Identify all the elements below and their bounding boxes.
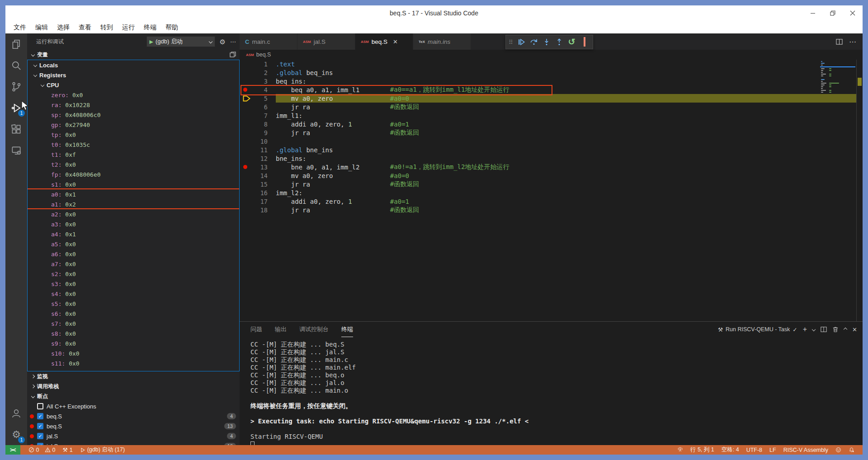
split-editor-icon[interactable]	[836, 38, 843, 45]
status-eol[interactable]: LF	[766, 447, 780, 453]
panel-tab-终端[interactable]: 终端	[341, 322, 353, 337]
gutter[interactable]: 17	[240, 197, 276, 206]
register-row-s7[interactable]: s7: 0x0	[28, 319, 239, 329]
more-actions-icon[interactable]: ⋯	[230, 38, 236, 45]
register-row-a6[interactable]: a6: 0x0	[28, 249, 239, 259]
register-row-t3[interactable]: t3: 0x0	[28, 368, 239, 371]
register-row-s4[interactable]: s4: 0x0	[28, 289, 239, 299]
running-tasks-status[interactable]: ⚒1	[59, 446, 76, 453]
register-row-t2[interactable]: t2: 0x0	[28, 160, 239, 169]
gutter[interactable]: 6	[240, 103, 276, 111]
chevron-down-icon[interactable]	[812, 328, 816, 331]
menu-item-查看[interactable]: 查看	[74, 21, 96, 33]
register-row-a4[interactable]: a4: 0x1	[28, 229, 239, 239]
panes-icon[interactable]	[230, 52, 236, 58]
register-row-s5[interactable]: s5: 0x0	[28, 299, 239, 309]
gutter[interactable]: 18	[240, 206, 276, 214]
gutter[interactable]: 15	[240, 180, 276, 188]
step-into-button[interactable]	[541, 36, 552, 48]
menu-item-文件[interactable]: 文件	[9, 21, 31, 33]
register-row-t1[interactable]: t1: 0xf	[28, 150, 239, 160]
breakpoint-dot[interactable]	[243, 165, 247, 169]
breakpoint-checkbox[interactable]: ✓	[37, 433, 43, 439]
debug-settings-gear-icon[interactable]: ⚙	[220, 38, 226, 45]
tree-item-registers[interactable]: Registers	[28, 70, 239, 80]
activity-item-source-control[interactable]	[5, 76, 27, 97]
register-row-a0[interactable]: a0: 0x1	[28, 189, 239, 199]
continue-button[interactable]	[516, 36, 527, 48]
tab-main.ins[interactable]: TeXmain.ins	[413, 33, 471, 50]
code-line-1[interactable]: 1.text	[240, 60, 863, 68]
status-language[interactable]: RISC-V Assembly	[780, 447, 832, 453]
code-line-4[interactable]: 4 beq a0, a1, imm_l1#a0==a1，跳转到imm_l1地址处…	[240, 85, 863, 94]
close-tab-icon[interactable]: ✕	[393, 38, 398, 45]
register-row-tp[interactable]: tp: 0x0	[28, 130, 239, 140]
editor-scrollbar[interactable]	[856, 60, 863, 321]
status-encoding[interactable]: UTF-8	[743, 447, 766, 453]
breakpoint-dot[interactable]	[243, 88, 247, 92]
status-indentation[interactable]: 空格: 4	[718, 446, 743, 454]
gutter[interactable]: 12	[240, 154, 276, 163]
step-over-button[interactable]	[528, 36, 539, 48]
gutter[interactable]: 11	[240, 146, 276, 154]
breakpoint-row-0[interactable]: ✓beq.S4	[27, 411, 240, 421]
register-row-a3[interactable]: a3: 0x0	[28, 219, 239, 229]
close-panel-icon[interactable]: ✕	[852, 326, 857, 333]
gutter[interactable]: 7	[240, 111, 276, 120]
status-notifications[interactable]	[845, 447, 858, 453]
restart-button[interactable]: ↺	[566, 36, 577, 48]
launch-config-dropdown[interactable]: ▶ (gdb) 启动	[146, 36, 215, 47]
remote-indicator[interactable]: ><	[5, 445, 20, 455]
code-line-13[interactable]: 13 bne a0, a1, imm_l2#a0!=a1，跳转到imm_l2地址…	[240, 163, 863, 171]
activity-item-settings[interactable]: ⚙1	[5, 424, 27, 445]
breakpoint-row-1[interactable]: ✓beq.S13	[27, 421, 240, 431]
tree-item-cpu[interactable]: CPU	[28, 80, 239, 90]
register-row-s2[interactable]: s2: 0x0	[28, 269, 239, 279]
status-cursor-position[interactable]: 行 5, 列 1	[687, 446, 718, 454]
register-row-zero[interactable]: zero: 0x0	[28, 90, 239, 100]
activity-item-accounts[interactable]	[5, 403, 27, 424]
breakpoints-section-header[interactable]: 断点	[27, 391, 240, 401]
register-row-a2[interactable]: a2: 0x0	[28, 209, 239, 219]
exception-breakpoint-row[interactable]: All C++ Exceptions	[27, 401, 240, 411]
split-terminal-icon[interactable]	[821, 326, 827, 333]
activity-item-extensions[interactable]	[5, 118, 27, 140]
menu-item-帮助[interactable]: 帮助	[161, 21, 183, 33]
gutter[interactable]: 16	[240, 188, 276, 197]
register-row-s10[interactable]: s10: 0x0	[28, 348, 239, 358]
gutter[interactable]: 14	[240, 171, 276, 180]
register-row-s9[interactable]: s9: 0x0	[28, 338, 239, 348]
code-line-9[interactable]: 9 jr ra#函数返回	[240, 128, 863, 137]
minimap[interactable]	[820, 61, 855, 93]
tab-beq.S[interactable]: ASMbeq.S✕	[355, 33, 413, 50]
code-line-15[interactable]: 15 jr ra#函数返回	[240, 180, 863, 188]
breakpoint-checkbox[interactable]: ✓	[37, 413, 43, 419]
register-row-t0[interactable]: t0: 0x1035c	[28, 140, 239, 150]
code-line-3[interactable]: 3beq_ins:	[240, 77, 863, 85]
register-row-s6[interactable]: s6: 0x0	[28, 309, 239, 319]
gutter[interactable]: 3	[240, 77, 276, 85]
terminal-output[interactable]: CC -[M] 正在构建 ... beq.SCC -[M] 正在构建 ... j…	[240, 337, 863, 445]
panel-tab-问题[interactable]: 问题	[250, 322, 262, 337]
register-row-a7[interactable]: a7: 0x0	[28, 259, 239, 269]
tab-main.c[interactable]: Cmain.c	[240, 33, 297, 50]
menu-item-终端[interactable]: 终端	[139, 21, 161, 33]
variables-section-header[interactable]: 变量	[27, 50, 240, 60]
step-out-button[interactable]	[554, 36, 565, 48]
tab-jal.S[interactable]: ASMjal.S	[297, 33, 355, 50]
register-row-a1[interactable]: a1: 0x2	[28, 199, 239, 209]
gutter[interactable]: 2	[240, 68, 276, 77]
activity-item-explorer[interactable]	[5, 33, 27, 55]
code-line-17[interactable]: 17 addi a0, zero, 1#a0=1	[240, 197, 863, 206]
menu-item-选择[interactable]: 选择	[52, 21, 74, 33]
code-line-6[interactable]: 6 jr ra#函数返回	[240, 103, 863, 111]
panel-tab-调试控制台[interactable]: 调试控制台	[299, 322, 329, 337]
activity-item-search[interactable]	[5, 55, 27, 76]
debug-session-status[interactable]: (gdb) 启动 (17)	[76, 446, 128, 454]
gutter[interactable]: 9	[240, 128, 276, 137]
code-line-7[interactable]: 7imm_l1:	[240, 111, 863, 120]
code-line-16[interactable]: 16imm_l2:	[240, 188, 863, 197]
gutter[interactable]: 10	[240, 137, 276, 146]
maximize-panel-icon[interactable]	[844, 328, 847, 331]
register-row-s11[interactable]: s11: 0x0	[28, 358, 239, 368]
